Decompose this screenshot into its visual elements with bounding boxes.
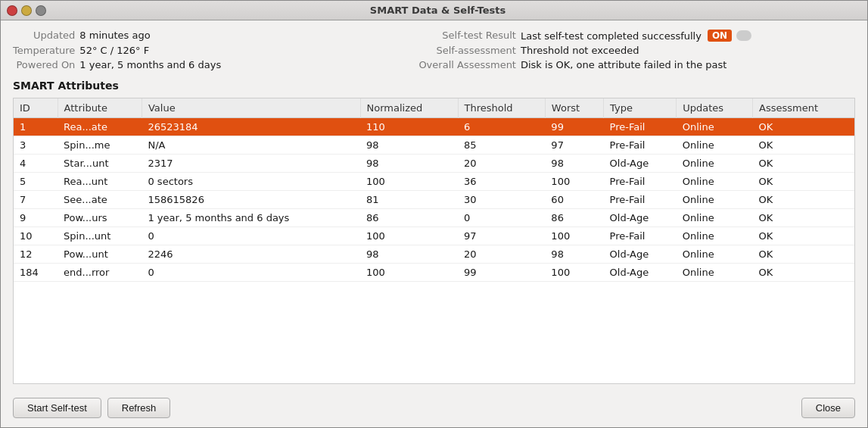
cell-5: 100 <box>545 264 603 282</box>
cell-4: 6 <box>458 118 545 136</box>
col-attribute: Attribute <box>58 98 142 118</box>
cell-8: OK <box>753 209 854 227</box>
table-row[interactable]: 9Pow...urs1 year, 5 months and 6 days860… <box>14 209 854 227</box>
cell-3: 110 <box>360 118 458 136</box>
minimize-button[interactable] <box>21 5 32 16</box>
self-test-result-label: Self-test Result <box>418 30 516 42</box>
close-button[interactable]: Close <box>801 398 855 418</box>
cell-1: end...rror <box>58 264 142 282</box>
cell-7: Online <box>677 227 753 245</box>
cell-2: 158615826 <box>142 191 360 209</box>
table-row[interactable]: 4Star...unt2317982098Old-AgeOnlineOK <box>14 155 854 173</box>
cell-8: OK <box>753 173 854 191</box>
table-header: ID Attribute Value Normalized Threshold … <box>14 98 854 118</box>
powered-on-value: 1 year, 5 months and 6 days <box>79 59 414 70</box>
cell-2: 2246 <box>142 245 360 264</box>
table-row[interactable]: 10Spin...unt010097100Pre-FailOnlineOK <box>14 227 854 245</box>
cell-3: 86 <box>360 209 458 227</box>
cell-5: 97 <box>545 136 603 155</box>
cell-5: 98 <box>545 245 603 264</box>
cell-5: 98 <box>545 155 603 173</box>
cell-5: 100 <box>545 227 603 245</box>
temperature-value: 52° C / 126° F <box>79 45 414 56</box>
updated-value: 8 minutes ago <box>79 30 414 42</box>
on-badge[interactable]: ON <box>708 30 732 42</box>
cell-7: Online <box>677 173 753 191</box>
cell-4: 30 <box>458 191 545 209</box>
cell-1: Spin...unt <box>58 227 142 245</box>
self-test-result-value: Last self-test completed successfully ON <box>521 30 855 42</box>
main-window: SMART Data & Self-Tests Updated 8 minute… <box>0 0 868 428</box>
header-row: ID Attribute Value Normalized Threshold … <box>14 98 854 118</box>
table-row[interactable]: 3Spin...meN/A988597Pre-FailOnlineOK <box>14 136 854 155</box>
cell-7: Online <box>677 191 753 209</box>
cell-2: 26523184 <box>142 118 360 136</box>
cell-3: 98 <box>360 136 458 155</box>
cell-2: 0 <box>142 264 360 282</box>
cell-3: 98 <box>360 245 458 264</box>
table-row[interactable]: 7See...ate158615826813060Pre-FailOnlineO… <box>14 191 854 209</box>
cell-2: N/A <box>142 136 360 155</box>
window-title: SMART Data & Self-Tests <box>52 5 823 16</box>
maximize-button[interactable] <box>36 5 46 16</box>
smart-attributes-table-wrapper: ID Attribute Value Normalized Threshold … <box>13 98 855 384</box>
cell-6: Old-Age <box>604 155 677 173</box>
refresh-button[interactable]: Refresh <box>107 398 171 418</box>
window-controls <box>7 5 46 16</box>
table-row[interactable]: 12Pow...unt2246982098Old-AgeOnlineOK <box>14 245 854 264</box>
self-assessment-label: Self-assessment <box>418 45 516 56</box>
on-toggle[interactable] <box>736 30 751 41</box>
cell-8: OK <box>753 191 854 209</box>
cell-8: OK <box>753 136 854 155</box>
cell-1: Pow...urs <box>58 209 142 227</box>
cell-0: 9 <box>14 209 58 227</box>
content-area: Updated 8 minutes ago Self-test Result L… <box>1 20 867 427</box>
cell-7: Online <box>677 264 753 282</box>
cell-7: Online <box>677 245 753 264</box>
cell-3: 100 <box>360 264 458 282</box>
cell-3: 98 <box>360 155 458 173</box>
col-assessment: Assessment <box>753 98 854 118</box>
cell-5: 99 <box>545 118 603 136</box>
cell-6: Pre-Fail <box>604 118 677 136</box>
cell-0: 12 <box>14 245 58 264</box>
table-row[interactable]: 5Rea...unt0 sectors10036100Pre-FailOnlin… <box>14 173 854 191</box>
cell-1: Pow...unt <box>58 245 142 264</box>
cell-4: 20 <box>458 155 545 173</box>
cell-8: OK <box>753 155 854 173</box>
start-self-test-button[interactable]: Start Self-test <box>13 398 101 418</box>
footer-left-buttons: Start Self-test Refresh <box>13 398 170 418</box>
cell-6: Old-Age <box>604 245 677 264</box>
cell-0: 10 <box>14 227 58 245</box>
cell-1: Spin...me <box>58 136 142 155</box>
cell-6: Pre-Fail <box>604 227 677 245</box>
cell-3: 100 <box>360 227 458 245</box>
cell-7: Online <box>677 136 753 155</box>
cell-4: 85 <box>458 136 545 155</box>
cell-2: 2317 <box>142 155 360 173</box>
table-row[interactable]: 1Rea...ate26523184110699Pre-FailOnlineOK <box>14 118 854 136</box>
col-worst: Worst <box>545 98 603 118</box>
table-body: 1Rea...ate26523184110699Pre-FailOnlineOK… <box>14 118 854 282</box>
smart-attributes-table: ID Attribute Value Normalized Threshold … <box>14 98 854 282</box>
close-window-button[interactable] <box>7 5 17 16</box>
col-threshold: Threshold <box>458 98 545 118</box>
footer: Start Self-test Refresh Close <box>13 392 855 427</box>
cell-7: Online <box>677 118 753 136</box>
overall-assessment-label: Overall Assessment <box>418 59 516 70</box>
cell-4: 97 <box>458 227 545 245</box>
cell-4: 36 <box>458 173 545 191</box>
col-type: Type <box>604 98 677 118</box>
col-id: ID <box>14 98 58 118</box>
cell-5: 60 <box>545 191 603 209</box>
cell-7: Online <box>677 209 753 227</box>
table-row[interactable]: 184end...rror010099100Old-AgeOnlineOK <box>14 264 854 282</box>
cell-1: Star...unt <box>58 155 142 173</box>
col-updates: Updates <box>677 98 753 118</box>
cell-8: OK <box>753 264 854 282</box>
cell-5: 86 <box>545 209 603 227</box>
cell-6: Pre-Fail <box>604 136 677 155</box>
cell-0: 3 <box>14 136 58 155</box>
cell-6: Old-Age <box>604 209 677 227</box>
cell-2: 0 sectors <box>142 173 360 191</box>
